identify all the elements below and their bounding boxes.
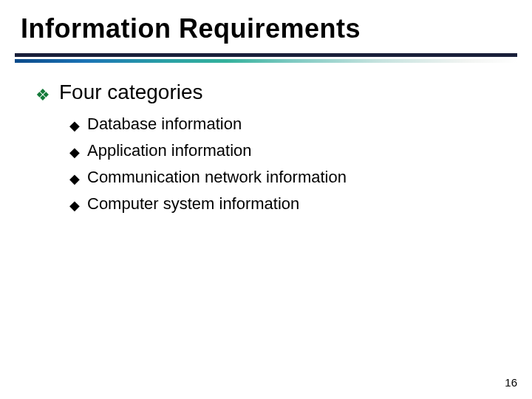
list-item: ◆ Application information [69, 141, 497, 160]
diamond-icon: ◆ [69, 172, 80, 185]
level2-list: ◆ Database information ◆ Application inf… [35, 115, 497, 214]
level2-text: Computer system information [87, 194, 299, 214]
content-area: ❖ Four categories ◆ Database information… [0, 63, 532, 214]
diamond-icon: ◆ [69, 119, 80, 132]
slide-title: Information Requirements [0, 13, 532, 44]
list-item: ◆ Communication network information [69, 168, 497, 187]
diamond-outline-icon: ❖ [35, 87, 50, 103]
level2-text: Communication network information [87, 168, 347, 187]
rule-dark [15, 53, 517, 57]
level2-text: Database information [87, 115, 242, 134]
bullet-level1: ❖ Four categories [35, 81, 497, 104]
diamond-icon: ◆ [69, 146, 80, 159]
diamond-icon: ◆ [69, 199, 80, 212]
page-number: 16 [505, 376, 517, 389]
list-item: ◆ Computer system information [69, 194, 497, 214]
list-item: ◆ Database information [69, 115, 497, 134]
level2-text: Application information [87, 141, 252, 160]
title-underline [0, 53, 532, 63]
level1-text: Four categories [59, 81, 203, 104]
slide: Information Requirements ❖ Four categori… [0, 0, 532, 399]
